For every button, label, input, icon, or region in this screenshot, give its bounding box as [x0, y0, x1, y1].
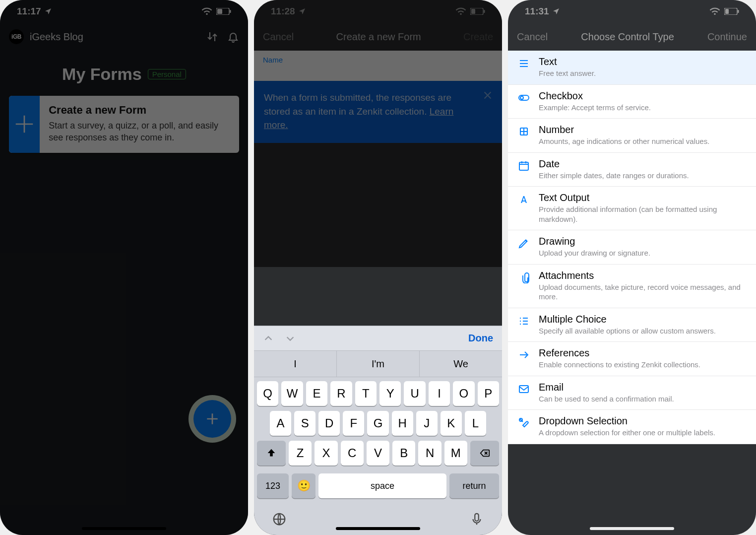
modal-nav: Cancel Create a new Form Create: [254, 23, 502, 51]
key-z[interactable]: Z: [289, 441, 312, 466]
fab-add-button[interactable]: [193, 400, 231, 438]
control-type-checkbox[interactable]: CheckboxExample: Accept terms of service…: [508, 85, 756, 119]
info-text: When a form is submitted, the responses …: [264, 92, 451, 117]
keyboard-done-button[interactable]: Done: [468, 333, 493, 344]
control-type-icon: [517, 416, 531, 429]
name-field-container[interactable]: Name: [254, 51, 502, 81]
key-e[interactable]: E: [306, 381, 327, 406]
control-type-number[interactable]: NumberAmounts, age indications or other …: [508, 119, 756, 153]
key-b[interactable]: B: [392, 441, 415, 466]
key-a[interactable]: A: [270, 411, 291, 436]
shift-key[interactable]: [257, 441, 286, 466]
control-type-icon: [517, 237, 531, 250]
chevron-down-icon[interactable]: [285, 333, 296, 344]
control-type-multiple-choice[interactable]: Multiple ChoiceSpecify all available opt…: [508, 308, 756, 342]
home-indicator[interactable]: [590, 527, 674, 530]
sort-icon[interactable]: [206, 31, 218, 43]
key-k[interactable]: K: [441, 411, 462, 436]
control-type-icon: [517, 57, 531, 70]
key-h[interactable]: H: [392, 411, 413, 436]
home-indicator[interactable]: [82, 527, 166, 530]
status-time: 11:31: [525, 6, 549, 17]
control-type-text-output[interactable]: Text OutputProvide additional informatio…: [508, 187, 756, 230]
workspace-avatar[interactable]: iGB: [9, 29, 24, 44]
key-r[interactable]: R: [330, 381, 352, 406]
battery-icon: [724, 8, 739, 15]
create-button[interactable]: Create: [463, 31, 493, 43]
control-type-desc: Upload your drawing or signature.: [539, 248, 747, 258]
status-bar: 11:28: [254, 0, 502, 23]
control-type-dropdown-selection[interactable]: Dropdown SelectionA dropdown selection f…: [508, 410, 756, 444]
key-o[interactable]: O: [453, 381, 474, 406]
control-type-desc: Enable connections to existing Zenkit co…: [539, 360, 747, 370]
screenshot-1: 11:17 iGB iGeeks Blog My Forms Personal …: [0, 0, 248, 535]
suggestion[interactable]: I'm: [337, 351, 420, 377]
emoji-key[interactable]: 🙂: [292, 473, 315, 498]
bell-icon[interactable]: [227, 31, 239, 43]
control-type-references[interactable]: ReferencesEnable connections to existing…: [508, 342, 756, 376]
home-indicator[interactable]: [336, 527, 420, 530]
control-type-title: Email: [539, 382, 747, 393]
control-type-desc: Either simple dates, date ranges or dura…: [539, 171, 747, 181]
control-type-title: Number: [539, 124, 747, 135]
key-w[interactable]: W: [281, 381, 303, 406]
key-p[interactable]: P: [478, 381, 499, 406]
card-title: Create a new Form: [49, 104, 230, 117]
control-type-attachments[interactable]: AttachmentsUpload documents, take pictur…: [508, 265, 756, 308]
numeric-key[interactable]: 123: [257, 473, 289, 498]
key-m[interactable]: M: [444, 441, 467, 466]
key-d[interactable]: D: [318, 411, 340, 436]
svg-rect-13: [519, 162, 528, 170]
modal-nav: Cancel Choose Control Type Continue: [508, 23, 756, 51]
mic-icon[interactable]: [469, 512, 484, 527]
cancel-button[interactable]: Cancel: [517, 31, 548, 43]
key-f[interactable]: F: [343, 411, 364, 436]
battery-icon: [470, 8, 485, 15]
control-type-date[interactable]: DateEither simple dates, date ranges or …: [508, 153, 756, 187]
continue-button[interactable]: Continue: [707, 31, 747, 43]
key-n[interactable]: N: [418, 441, 441, 466]
key-y[interactable]: Y: [379, 381, 401, 406]
key-u[interactable]: U: [404, 381, 425, 406]
battery-icon: [216, 8, 231, 15]
workspace-name[interactable]: iGeeks Blog: [30, 31, 83, 43]
key-c[interactable]: C: [341, 441, 364, 466]
chevron-up-icon[interactable]: [263, 333, 274, 344]
key-g[interactable]: G: [367, 411, 388, 436]
wifi-icon: [709, 7, 720, 15]
modal-title: Choose Control Type: [581, 31, 674, 43]
control-type-icon: [517, 159, 531, 172]
control-type-email[interactable]: EmailCan be used to send a confirmation …: [508, 376, 756, 410]
control-type-desc: Example: Accept terms of service.: [539, 103, 747, 113]
control-type-desc: Amounts, age indications or other numeri…: [539, 136, 747, 146]
backspace-icon: [478, 448, 491, 459]
key-t[interactable]: T: [355, 381, 377, 406]
svg-rect-5: [484, 10, 485, 13]
status-time: 11:28: [271, 6, 295, 17]
create-form-card[interactable]: Create a new Form Start a survey, a quiz…: [9, 96, 239, 153]
key-x[interactable]: X: [315, 441, 337, 466]
globe-icon[interactable]: [272, 512, 287, 527]
key-j[interactable]: J: [416, 411, 438, 436]
modal-title: Create a new Form: [336, 31, 421, 43]
key-l[interactable]: L: [465, 411, 486, 436]
suggestion[interactable]: We: [420, 351, 502, 377]
control-type-title: Date: [539, 158, 747, 170]
close-icon[interactable]: [482, 90, 493, 105]
space-key[interactable]: space: [318, 473, 446, 498]
key-v[interactable]: V: [367, 441, 389, 466]
control-type-drawing[interactable]: DrawingUpload your drawing or signature.: [508, 230, 756, 265]
keyboard-suggestions: I I'm We: [254, 350, 502, 377]
keyboard: Done I I'm We QWERTYUIOP ASDFGHJKL ZXCVB…: [254, 326, 502, 535]
key-s[interactable]: S: [294, 411, 315, 436]
status-bar: 11:31: [508, 0, 756, 23]
wifi-icon: [455, 7, 466, 15]
key-i[interactable]: I: [429, 381, 450, 406]
cancel-button[interactable]: Cancel: [263, 31, 294, 43]
info-banner: When a form is submitted, the responses …: [254, 81, 502, 143]
control-type-text[interactable]: TextFree text answer.: [508, 51, 756, 85]
suggestion[interactable]: I: [254, 351, 337, 377]
key-q[interactable]: Q: [257, 381, 278, 406]
backspace-key[interactable]: [470, 441, 499, 466]
return-key[interactable]: return: [449, 473, 499, 498]
